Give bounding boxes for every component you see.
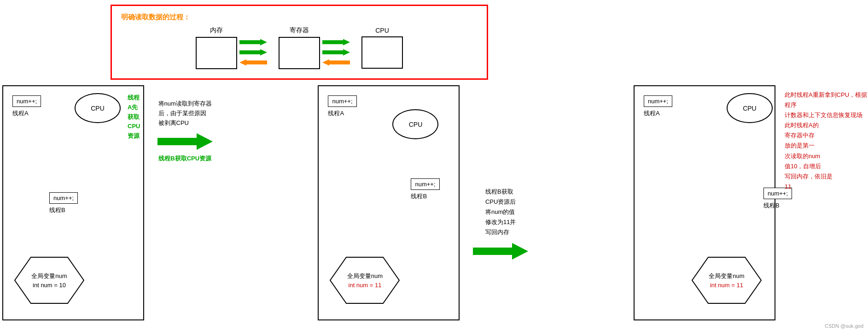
big-arrow-1 (157, 132, 213, 151)
diag3-hex-value: int num = 11 (709, 280, 744, 290)
diag1-thread-b: 线程B (49, 206, 78, 214)
diagram-1: num++; 线程A CPU 线程A先 获取 CPU资源 num++; 线程B … (2, 85, 144, 320)
register-label: 寄存器 (290, 26, 309, 35)
memory-box (196, 37, 237, 69)
diagram-2: num++; 线程A CPU num++; 线程B 全局变量num int nu… (318, 85, 460, 320)
flow-unit-cpu: CPU (361, 27, 403, 69)
diag2-thread-b: 线程B (411, 192, 439, 201)
diag2-numpp-rect: num++; 线程A (328, 95, 356, 118)
memory-label: 内存 (210, 26, 223, 35)
arrows-mem-reg (239, 38, 276, 67)
diag2-cpu-ellipse: CPU (392, 109, 438, 139)
diag3-numpp-rect: num++; 线程A (644, 95, 672, 118)
diag1-numpp-rect2: num++; 线程B (49, 192, 78, 214)
top-diagram: 明确读取数据的过程： 内存 寄存器 CPU (111, 5, 488, 80)
diag3-hex-title: 全局变量num (709, 272, 744, 281)
top-title: 明确读取数据的过程： (121, 13, 478, 22)
between2-text: 线程B获取 CPU资源后 将num的值 修改为11并 写回内存 (485, 187, 516, 237)
arrow-right-4 (322, 48, 359, 57)
flow-unit-memory: 内存 (196, 26, 237, 69)
watermark: CSDN @suk.god (825, 323, 863, 329)
diag3-thread-a: 线程A (644, 109, 672, 118)
svg-marker-3 (473, 243, 528, 260)
between-1-2: 将num读取到寄存器 后，由于某些原因 被剥离CPU 线程B获取CPU资源 (149, 85, 221, 320)
diagrams-row: num++; 线程A CPU 线程A先 获取 CPU资源 num++; 线程B … (2, 85, 868, 320)
diag2-thread-a: 线程A (328, 109, 356, 118)
arrow-right-1 (239, 38, 276, 47)
between-2-3: 线程B获取 CPU资源后 将num的值 修改为11并 写回内存 (464, 85, 537, 320)
diag2-hexagon: 全局变量num int num = 11 (328, 255, 402, 306)
diag2-numpp-rect2: num++; 线程B (411, 178, 439, 201)
diag1-cpu-ellipse: CPU (75, 93, 121, 123)
diag1-hex-value: int num = 10 (31, 280, 67, 290)
diag2-hex-title: 全局变量num (347, 272, 383, 281)
diag1-numpp-rect: num++; 线程A (12, 95, 41, 118)
arrow-left-1 (239, 59, 276, 67)
cpu-box (361, 36, 403, 69)
arrow-left-2 (322, 59, 359, 67)
svg-marker-1 (157, 133, 213, 150)
diag3-cpu-ellipse: CPU (727, 93, 773, 123)
diagram-3: num++; 线程A CPU num++; 线程B 全局变量num int nu… (634, 85, 775, 320)
flow-unit-register: 寄存器 (279, 26, 320, 69)
top-flow: 内存 寄存器 CPU (121, 26, 478, 69)
diag1-annotation-green: 线程A先 获取 CPU资源 (128, 93, 143, 141)
diag3-annotation-text: 此时线程A重新拿到CPU，根据程序 计数器和上下文信息恢复现场 此时线程A的 寄… (785, 90, 868, 192)
between1-text: 将num读取到寄存器 后，由于某些原因 被剥离CPU (158, 99, 212, 128)
diag1-hexagon: 全局变量num int num = 10 (12, 255, 86, 306)
diag1-thread-a: 线程A (12, 109, 41, 118)
arrows-reg-cpu (322, 38, 359, 67)
register-box (279, 37, 320, 69)
diag3-hexagon: 全局变量num int num = 11 (690, 255, 763, 306)
between1-green-text: 线程B获取CPU资源 (158, 154, 211, 163)
big-arrow-2 (473, 242, 528, 260)
diag3-annotation: 此时线程A重新拿到CPU，根据程序 计数器和上下文信息恢复现场 此时线程A的 寄… (780, 85, 868, 320)
diag2-hex-value: int num = 11 (347, 280, 383, 290)
arrow-right-3 (322, 38, 359, 47)
arrow-right-2 (239, 48, 276, 57)
cpu-top-label: CPU (375, 27, 389, 34)
diag1-hex-title: 全局变量num (31, 272, 67, 281)
